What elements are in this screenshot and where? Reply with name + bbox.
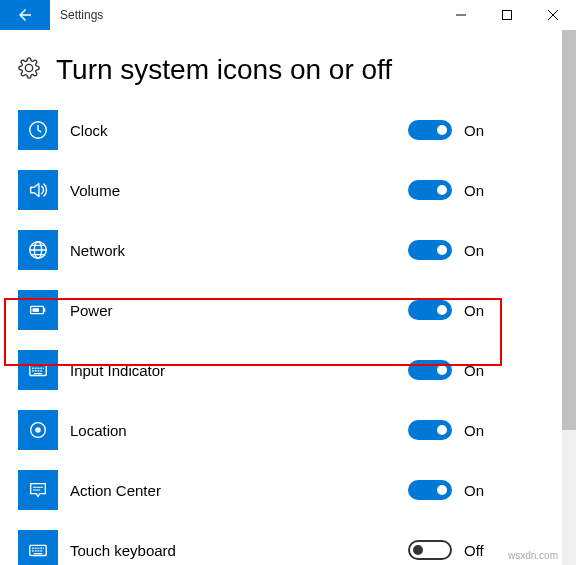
toggle-group: On <box>408 480 558 500</box>
clock-icon <box>18 110 58 150</box>
toggle-knob <box>413 545 423 555</box>
setting-row-clock: ClockOn <box>18 100 558 160</box>
toggle-state-label: On <box>464 362 488 379</box>
toggle-group: On <box>408 180 558 200</box>
minimize-button[interactable] <box>438 0 484 30</box>
minimize-icon <box>456 10 466 20</box>
arrow-left-icon <box>16 6 34 24</box>
toggle-power[interactable] <box>408 300 452 320</box>
close-icon <box>548 10 558 20</box>
toggle-clock[interactable] <box>408 120 452 140</box>
setting-label: Volume <box>58 182 408 199</box>
setting-row-power: PowerOn <box>18 280 558 340</box>
toggle-knob <box>437 485 447 495</box>
setting-label: Clock <box>58 122 408 139</box>
toggle-input-indicator[interactable] <box>408 360 452 380</box>
setting-row-volume: VolumeOn <box>18 160 558 220</box>
toggle-state-label: On <box>464 482 488 499</box>
toggle-state-label: On <box>464 302 488 319</box>
toggle-group: On <box>408 360 558 380</box>
toggle-knob <box>437 185 447 195</box>
toggle-state-label: On <box>464 422 488 439</box>
setting-row-input-indicator: Input IndicatorOn <box>18 340 558 400</box>
toggle-network[interactable] <box>408 240 452 260</box>
toggle-knob <box>437 305 447 315</box>
svg-rect-0 <box>503 11 512 20</box>
app-title: Settings <box>50 0 438 30</box>
setting-row-action-center: Action CenterOn <box>18 460 558 520</box>
keyboard-icon <box>18 350 58 390</box>
setting-label: Action Center <box>58 482 408 499</box>
window-titlebar: Settings <box>0 0 576 30</box>
setting-label: Input Indicator <box>58 362 408 379</box>
close-button[interactable] <box>530 0 576 30</box>
action-center-icon <box>18 470 58 510</box>
setting-row-touch-keyboard: Touch keyboardOff <box>18 520 558 565</box>
maximize-button[interactable] <box>484 0 530 30</box>
location-icon <box>18 410 58 450</box>
toggle-group: On <box>408 420 558 440</box>
scrollbar[interactable] <box>562 30 576 565</box>
settings-list: ClockOnVolumeOnNetworkOnPowerOnInput Ind… <box>0 100 576 565</box>
watermark: wsxdn.com <box>508 550 558 561</box>
setting-label: Power <box>58 302 408 319</box>
power-icon <box>18 290 58 330</box>
window-controls <box>438 0 576 30</box>
network-icon <box>18 230 58 270</box>
toggle-knob <box>437 365 447 375</box>
toggle-group: On <box>408 300 558 320</box>
page-title: Turn system icons on or off <box>56 54 392 86</box>
toggle-touch-keyboard[interactable] <box>408 540 452 560</box>
gear-icon <box>18 57 40 83</box>
maximize-icon <box>502 10 512 20</box>
page-header: Turn system icons on or off <box>0 30 576 104</box>
toggle-knob <box>437 245 447 255</box>
toggle-knob <box>437 425 447 435</box>
toggle-action-center[interactable] <box>408 480 452 500</box>
toggle-location[interactable] <box>408 420 452 440</box>
toggle-group: On <box>408 120 558 140</box>
toggle-state-label: On <box>464 182 488 199</box>
toggle-volume[interactable] <box>408 180 452 200</box>
scrollbar-thumb[interactable] <box>562 30 576 430</box>
setting-row-location: LocationOn <box>18 400 558 460</box>
back-button[interactable] <box>0 0 50 30</box>
setting-label: Network <box>58 242 408 259</box>
setting-row-network: NetworkOn <box>18 220 558 280</box>
toggle-state-label: On <box>464 242 488 259</box>
toggle-state-label: Off <box>464 542 488 559</box>
toggle-state-label: On <box>464 122 488 139</box>
keyboard-icon <box>18 530 58 565</box>
volume-icon <box>18 170 58 210</box>
setting-label: Location <box>58 422 408 439</box>
setting-label: Touch keyboard <box>58 542 408 559</box>
toggle-group: On <box>408 240 558 260</box>
toggle-knob <box>437 125 447 135</box>
